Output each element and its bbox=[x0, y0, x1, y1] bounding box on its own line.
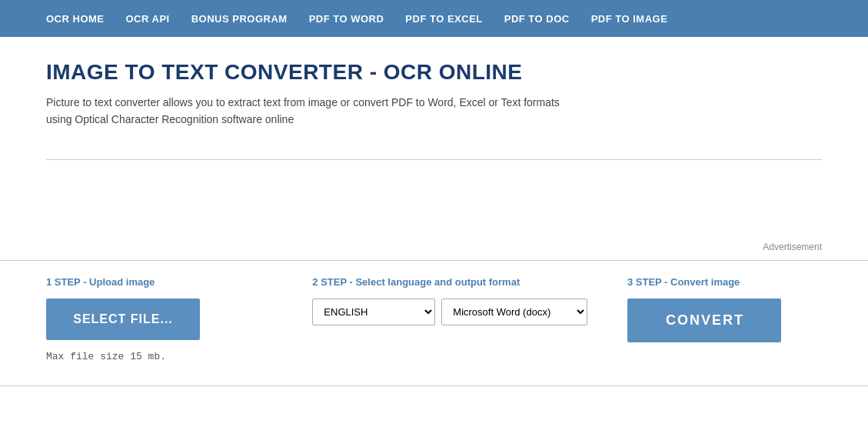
max-file-note: Max file size 15 mb. bbox=[46, 351, 289, 362]
tools-section: 1 STEP - Upload image SELECT FILE... Max… bbox=[0, 260, 868, 386]
nav-ocr-home[interactable]: OCR HOME bbox=[46, 13, 105, 25]
nav-pdf-to-doc[interactable]: PDF TO DOC bbox=[504, 13, 570, 25]
step3-block: 3 STEP - Convert image CONVERT bbox=[627, 276, 822, 342]
nav-pdf-to-excel[interactable]: PDF TO EXCEL bbox=[405, 13, 482, 25]
step1-block: 1 STEP - Upload image SELECT FILE... Max… bbox=[46, 276, 312, 362]
language-select[interactable]: ENGLISH FRENCH GERMAN SPANISH ITALIAN PO… bbox=[312, 299, 435, 325]
step2-label: 2 STEP - Select language and output form… bbox=[312, 276, 604, 288]
advertisement-area: Advertisement bbox=[0, 160, 868, 260]
select-file-button[interactable]: SELECT FILE... bbox=[46, 299, 200, 340]
step3-label: 3 STEP - Convert image bbox=[627, 276, 822, 288]
main-content: IMAGE TO TEXT CONVERTER - OCR ONLINE Pic… bbox=[0, 37, 868, 159]
step1-label: 1 STEP - Upload image bbox=[46, 276, 289, 288]
step2-block: 2 STEP - Select language and output form… bbox=[312, 276, 627, 325]
top-navigation: OCR HOME OCR API BONUS PROGRAM PDF TO WO… bbox=[0, 0, 868, 37]
nav-pdf-to-image[interactable]: PDF TO IMAGE bbox=[591, 13, 668, 25]
format-select[interactable]: Microsoft Word (docx) Plain Text (txt) P… bbox=[441, 299, 587, 325]
bottom-area bbox=[0, 386, 868, 432]
dropdowns-row: ENGLISH FRENCH GERMAN SPANISH ITALIAN PO… bbox=[312, 299, 604, 325]
nav-ocr-api[interactable]: OCR API bbox=[126, 13, 170, 25]
page-description: Picture to text converter allows you to … bbox=[46, 94, 646, 128]
ad-label: Advertisement bbox=[763, 242, 822, 252]
convert-button[interactable]: CONVERT bbox=[627, 299, 781, 342]
nav-pdf-to-word[interactable]: PDF TO WORD bbox=[309, 13, 384, 25]
page-title: IMAGE TO TEXT CONVERTER - OCR ONLINE bbox=[46, 60, 822, 85]
nav-bonus-program[interactable]: BONUS PROGRAM bbox=[191, 13, 288, 25]
